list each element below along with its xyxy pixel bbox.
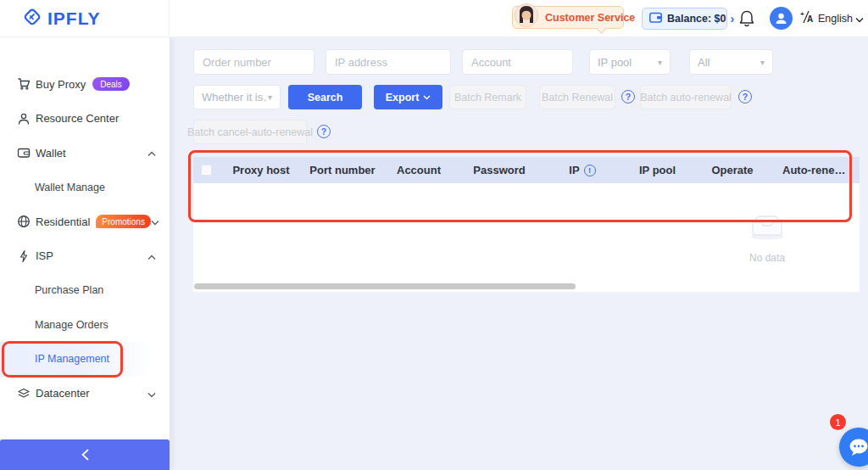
column-header-proxy-host: Proxy host xyxy=(219,157,303,183)
promotions-badge: Promotions xyxy=(96,215,151,228)
select-caret-icon: ▾ xyxy=(760,58,765,67)
ipfly-logo-icon xyxy=(22,7,42,31)
select-all-checkbox[interactable] xyxy=(201,165,212,176)
sidebar-item-ip-management[interactable]: IP Management xyxy=(0,342,153,377)
table-header-row: Proxy host Port number Account Password … xyxy=(193,157,860,183)
column-header-ip-pool: IP pool xyxy=(622,157,693,183)
order-number-input[interactable] xyxy=(193,49,314,75)
collapse-chevron-left-icon xyxy=(81,449,90,461)
notification-bell-icon[interactable] xyxy=(738,9,755,28)
batch-remark-button[interactable]: Batch Remark xyxy=(449,85,526,109)
chevron-down-icon xyxy=(151,214,159,229)
sidebar-item-wallet-manage[interactable]: Wallet Manage xyxy=(0,171,170,205)
empty-state-text: No data xyxy=(733,252,801,264)
batch-cancel-auto-renewal-button[interactable]: Batch cancel-auto-renewal xyxy=(193,120,307,144)
sidebar-item-label: Residential xyxy=(36,215,90,228)
sidebar-collapse-button[interactable] xyxy=(0,439,170,470)
logo[interactable]: IPFLY xyxy=(0,0,170,37)
account-input[interactable] xyxy=(462,49,573,75)
wallet-balance-icon xyxy=(649,11,662,26)
chat-widget-button[interactable] xyxy=(839,428,868,467)
svg-text:+: + xyxy=(800,10,804,18)
customer-service-label: Customer Service xyxy=(545,12,635,24)
horizontal-scrollbar-thumb[interactable] xyxy=(194,283,576,289)
svg-text:A: A xyxy=(807,14,813,24)
chat-bubble-icon xyxy=(848,437,868,457)
sidebar-item-label: Wallet xyxy=(36,147,66,159)
user-avatar[interactable] xyxy=(770,7,793,30)
column-header-password: Password xyxy=(456,157,542,183)
sidebar-item-label: Manage Orders xyxy=(35,319,108,331)
ip-address-input[interactable] xyxy=(326,49,451,75)
person-icon xyxy=(17,112,31,126)
translate-icon: + A xyxy=(800,10,815,27)
whether-select[interactable]: Whether it is… ▾ xyxy=(193,85,281,109)
sidebar-item-label: ISP xyxy=(36,249,53,262)
sidebar-item-label: IP Management xyxy=(35,353,109,365)
select-all-cell xyxy=(193,157,219,183)
batch-renewal-help-icon[interactable]: ? xyxy=(621,90,635,104)
deals-badge: Deals xyxy=(92,77,130,91)
app-window: IPFLY Customer Service Balanc xyxy=(0,0,868,470)
batch-auto-renewal-button[interactable]: Batch auto-renewal xyxy=(640,85,732,109)
datacenter-icon xyxy=(17,387,31,400)
cart-icon xyxy=(17,77,31,91)
export-button[interactable]: Export xyxy=(374,85,442,109)
column-header-ip-pool-label: IP pool xyxy=(639,164,676,176)
column-header-auto-renewal: Auto-renewal xyxy=(771,157,860,183)
balance-label: Balance: $0 xyxy=(667,13,726,25)
globe-icon xyxy=(17,215,31,228)
sidebar: Buy Proxy Deals Resource Center Wallet W… xyxy=(0,37,170,470)
chevron-up-icon xyxy=(147,145,156,160)
column-header-auto-renewal-label: Auto-renewal xyxy=(782,164,849,176)
chevron-down-icon xyxy=(147,386,156,401)
customer-service-button[interactable]: Customer Service xyxy=(512,6,624,29)
type-select-value: All xyxy=(698,56,709,69)
sidebar-item-isp[interactable]: ISP xyxy=(0,239,170,274)
sidebar-item-manage-orders[interactable]: Manage Orders xyxy=(0,308,170,343)
lightning-icon xyxy=(17,249,31,263)
language-label: English xyxy=(818,13,853,25)
column-header-ip: IP ! xyxy=(542,157,622,183)
batch-auto-renewal-help-icon[interactable]: ? xyxy=(738,90,752,104)
batch-cancel-auto-renewal-help-icon[interactable]: ? xyxy=(317,125,331,138)
column-header-port-number: Port number xyxy=(303,157,381,183)
whether-select-value: Whether it is… xyxy=(202,91,268,104)
sidebar-item-wallet[interactable]: Wallet xyxy=(0,136,170,171)
sidebar-item-label: Resource Center xyxy=(36,112,119,125)
logo-text: IPFLY xyxy=(47,8,101,29)
chat-unread-badge: 1 xyxy=(830,414,846,430)
sidebar-item-datacenter[interactable]: Datacenter xyxy=(0,377,170,411)
export-button-label: Export xyxy=(386,92,420,104)
language-selector[interactable]: + A English xyxy=(800,10,864,27)
column-header-ip-label: IP xyxy=(569,164,579,176)
table-bottom-border xyxy=(193,292,860,293)
wallet-icon xyxy=(17,146,31,159)
sidebar-item-label: Purchase Plan xyxy=(35,284,103,296)
column-header-operate: Operate xyxy=(693,157,771,183)
type-select[interactable]: All ▾ xyxy=(689,49,773,75)
ip-pool-select[interactable]: IP pool ▾ xyxy=(589,49,670,75)
sidebar-item-buy-proxy[interactable]: Buy Proxy Deals xyxy=(0,67,170,102)
balance-button[interactable]: Balance: $0 › xyxy=(642,8,727,30)
column-header-account: Account xyxy=(381,157,456,183)
top-bar: IPFLY Customer Service Balanc xyxy=(0,0,868,37)
search-button[interactable]: Search xyxy=(288,85,362,109)
sidebar-item-residential[interactable]: Residential Promotions xyxy=(0,204,170,239)
ip-info-icon[interactable]: ! xyxy=(584,165,596,176)
sidebar-menu: Buy Proxy Deals Resource Center Wallet W… xyxy=(0,37,170,411)
select-caret-icon: ▾ xyxy=(268,92,272,102)
chevron-up-icon xyxy=(147,249,156,264)
balance-chevron-icon: › xyxy=(730,13,734,25)
export-caret-icon xyxy=(423,95,431,100)
customer-service-avatar xyxy=(515,3,538,27)
sidebar-item-resource-center[interactable]: Resource Center xyxy=(0,102,170,137)
select-caret-icon: ▾ xyxy=(658,58,662,67)
language-chevron-down-icon xyxy=(855,11,864,26)
sidebar-item-purchase-plan[interactable]: Purchase Plan xyxy=(0,273,170,308)
batch-renewal-button[interactable]: Batch Renewal xyxy=(539,85,615,109)
sidebar-item-label: Wallet Manage xyxy=(35,182,105,193)
sidebar-item-label: Datacenter xyxy=(36,387,90,400)
ip-pool-select-value: IP pool xyxy=(598,56,632,69)
sidebar-item-label: Buy Proxy xyxy=(36,78,86,91)
